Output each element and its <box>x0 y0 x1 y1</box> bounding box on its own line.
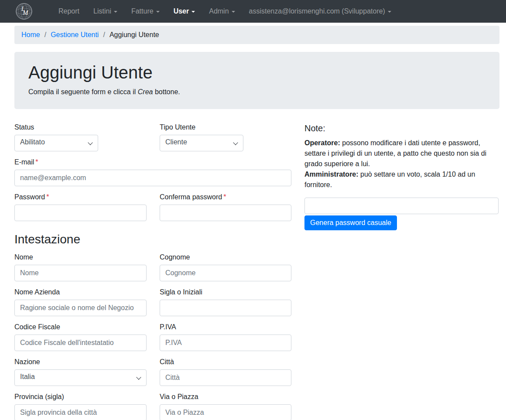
nome-azienda-field[interactable] <box>14 300 147 316</box>
password-field[interactable] <box>14 205 147 221</box>
required-asterisk: * <box>35 158 38 166</box>
cognome-field[interactable] <box>160 265 291 281</box>
page-title: Aggiungi Utente <box>28 63 485 82</box>
navbar-menu: Report Listini Fatture User Admin assist… <box>58 7 405 15</box>
caret-down-icon <box>388 11 391 13</box>
top-navbar: L M Report Listini Fatture User Admin as… <box>0 0 506 23</box>
crea-emphasis: Crea <box>138 88 153 96</box>
nav-item-listini[interactable]: Listini <box>93 7 117 15</box>
nav-item-fatture[interactable]: Fatture <box>131 7 160 15</box>
conferma-password-field[interactable] <box>160 205 291 221</box>
chevron-down-icon <box>88 140 92 145</box>
nav-item-account[interactable]: assistenza@lorismenghi.com (Sviluppatore… <box>249 7 391 15</box>
citta-label: Città <box>160 358 291 366</box>
provincia-label: Provincia (sigla) <box>14 393 147 401</box>
provincia-field[interactable] <box>14 404 147 420</box>
breadcrumb-gestione-utenti-link[interactable]: Gestione Utenti <box>51 31 99 39</box>
status-label: Status <box>14 123 147 131</box>
note-text: Operatore: possono modificare i dati ute… <box>304 138 499 190</box>
breadcrumb: Home / Gestione Utenti / Aggiungi Utente <box>14 26 499 44</box>
brand-logo[interactable]: L M <box>16 3 32 20</box>
breadcrumb-current: Aggiungi Utente <box>109 31 159 39</box>
chevron-down-icon <box>136 375 141 379</box>
tipo-utente-select-value: Cliente <box>165 138 187 146</box>
breadcrumb-separator: / <box>103 31 105 39</box>
page-header-panel: Aggiungi Utente Compila il seguente form… <box>14 52 499 109</box>
amministratore-bold: Amministratore: <box>304 171 359 178</box>
nav-item-report[interactable]: Report <box>58 7 79 15</box>
sigla-iniziali-field[interactable] <box>160 300 291 316</box>
nav-item-user[interactable]: User <box>174 7 195 15</box>
piva-field[interactable] <box>160 335 291 351</box>
nazione-select-value: Italia <box>20 373 35 380</box>
caret-down-icon <box>191 11 195 13</box>
nazione-select[interactable]: Italia <box>14 369 147 386</box>
caret-down-icon <box>114 11 117 13</box>
conferma-password-label: Conferma password* <box>160 193 291 201</box>
nome-azienda-label: Nome Azienda <box>14 288 147 296</box>
nome-field[interactable] <box>14 265 147 281</box>
note-heading: Note: <box>304 123 499 133</box>
password-label: Password* <box>14 193 147 201</box>
breadcrumb-home-link[interactable]: Home <box>21 31 40 39</box>
intestazione-section-title: Intestazione <box>14 232 291 246</box>
citta-field[interactable] <box>160 369 291 386</box>
caret-down-icon <box>232 11 235 13</box>
required-asterisk: * <box>223 193 226 201</box>
required-asterisk: * <box>46 193 49 201</box>
sigla-iniziali-label: Sigla o Iniziali <box>160 288 291 296</box>
breadcrumb-separator: / <box>44 31 46 39</box>
email-label: E-mail* <box>14 158 291 166</box>
generated-password-field[interactable] <box>304 198 499 214</box>
piva-label: P.IVA <box>160 323 291 331</box>
nazione-label: Nazione <box>14 358 147 366</box>
via-piazza-label: Via o Piazza <box>160 393 291 401</box>
operatore-bold: Operatore: <box>304 139 340 147</box>
status-select-value: Abilitato <box>20 138 45 146</box>
note-panel: Note: Operatore: possono modificare i da… <box>304 123 499 420</box>
page-subtitle: Compila il seguente form e clicca il Cre… <box>28 88 485 96</box>
via-piazza-field[interactable] <box>160 404 291 420</box>
status-select[interactable]: Abilitato <box>14 135 98 151</box>
tipo-utente-label: Tipo Utente <box>160 123 291 131</box>
email-field[interactable] <box>14 170 291 186</box>
genera-password-button[interactable]: Genera password casuale <box>304 215 397 230</box>
codice-fiscale-field[interactable] <box>14 335 147 351</box>
svg-text:M: M <box>22 9 29 16</box>
lm-globe-logo-icon: L M <box>16 3 32 20</box>
nome-label: Nome <box>14 253 147 261</box>
tipo-utente-select[interactable]: Cliente <box>160 135 243 151</box>
nav-item-admin[interactable]: Admin <box>209 7 235 15</box>
user-form: Status Abilitato Tipo Utente Cliente E-m… <box>14 123 291 420</box>
cognome-label: Cognome <box>160 253 291 261</box>
caret-down-icon <box>156 11 160 13</box>
codice-fiscale-label: Codice Fiscale <box>14 323 147 331</box>
chevron-down-icon <box>233 140 238 145</box>
